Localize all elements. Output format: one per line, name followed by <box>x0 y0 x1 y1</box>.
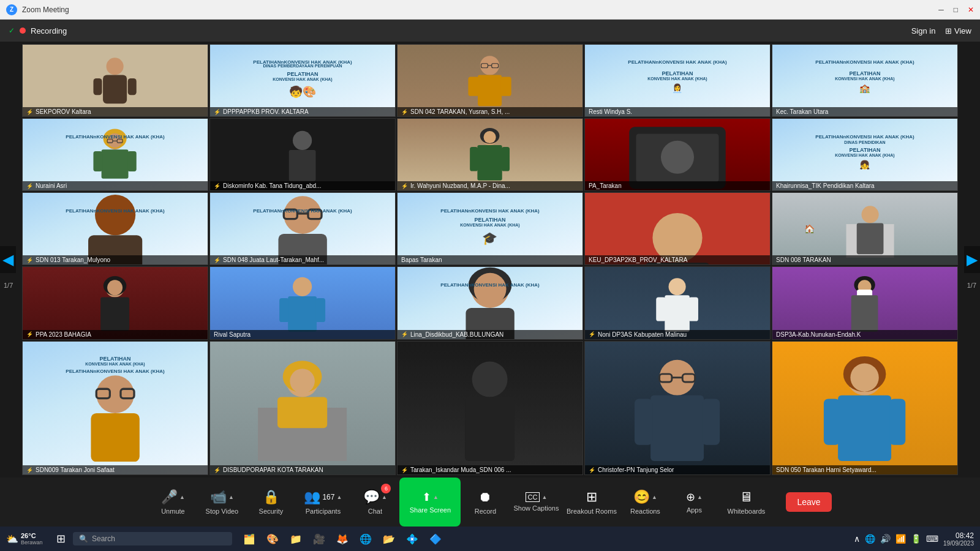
taskbar-app-folder[interactable]: 📂 <box>379 529 399 549</box>
participants-caret[interactable]: ▲ <box>336 494 342 500</box>
participant-name: SDN 008 TARAKAN <box>772 255 957 264</box>
taskbar-app-browser1[interactable]: 🎨 <box>263 529 282 549</box>
next-page-button[interactable]: ▶ <box>964 246 980 273</box>
apps-icon: ⊕ <box>686 490 695 504</box>
svg-point-45 <box>108 280 123 296</box>
apps-caret[interactable]: ▲ <box>697 494 703 500</box>
video-tile: ⚡ SEKPOROV Kaltara <box>22 44 208 117</box>
captions-button[interactable]: CC ▲ Show Captions <box>510 478 562 527</box>
maximize-button[interactable]: □ <box>954 6 958 14</box>
svg-rect-57 <box>657 298 666 321</box>
breakout-rooms-button[interactable]: ⊞ Breakout Rooms <box>562 478 620 527</box>
mic-icon: ⚡ <box>26 467 33 473</box>
record-button[interactable]: ⏺ Record <box>461 478 510 527</box>
mic-icon: ⚡ <box>401 467 408 473</box>
video-tile: PELATIHAN KONVENSI HAK ANAK (KHA) 🏫 Kec.… <box>772 44 958 117</box>
taskbar-app-zoom[interactable]: 🎥 <box>309 529 329 549</box>
stop-video-button[interactable]: 📹 ▲ Stop Video <box>197 478 246 527</box>
participant-name: PA_Tarakan <box>585 181 770 190</box>
svg-rect-67 <box>91 413 139 462</box>
taskbar-search[interactable]: 🔍 Search <box>73 532 232 545</box>
participant-name-text: SDN 048 Juata Laut-Tarakan_Mahf... <box>223 257 324 263</box>
view-button[interactable]: ⊞ View <box>945 26 971 36</box>
participant-name-text: SDN 013 Tarakan_Mulyono <box>36 257 110 263</box>
title-bar-controls[interactable]: ─ □ ✕ <box>938 6 974 14</box>
recording-bar-right[interactable]: Sign in ⊞ View <box>911 26 971 36</box>
participant-name: ⚡ SDN 013 Tarakan_Mulyono <box>23 255 208 264</box>
taskbar-app-edge[interactable]: 🌐 <box>356 529 375 549</box>
previous-page-button[interactable]: ◀ <box>0 246 16 273</box>
svg-point-73 <box>472 362 508 397</box>
toolbar: 🎤 ▲ Unmute 📹 ▲ Stop Video 🔒 Security 👥 1… <box>0 478 980 527</box>
chat-caret[interactable]: ▲ <box>382 494 387 500</box>
participant-name: Resti Windya S. <box>585 107 770 116</box>
participant-name: ⚡ Ir. Wahyuni Nuzband, M.A.P - Dina... <box>398 181 582 190</box>
volume-icon[interactable]: 🔊 <box>880 534 891 544</box>
svg-point-84 <box>851 364 879 392</box>
security-button[interactable]: 🔒 Security <box>246 478 295 527</box>
video-caret[interactable]: ▲ <box>228 494 234 500</box>
chat-button[interactable]: 💬 ▲ 6 Chat <box>350 478 399 527</box>
video-tile: SERI VIII SAHABAT KEU_DP3AP2KB_PROV_KALT… <box>584 192 771 265</box>
whiteboards-button[interactable]: 🖥 Whiteboards <box>718 478 774 527</box>
reactions-caret[interactable]: ▲ <box>652 494 657 500</box>
unmute-caret[interactable]: ▲ <box>179 494 185 500</box>
main-video-area: ◀ 1/7 ⚡ SEKPOROV Kaltara DINAS PEMBERDAY… <box>0 42 980 478</box>
share-screen-button[interactable]: ⬆ ▲ Share Screen <box>399 478 461 527</box>
svg-rect-18 <box>94 151 103 171</box>
mic-icon: ⚡ <box>401 183 408 189</box>
unmute-button[interactable]: 🎤 ▲ Unmute <box>148 478 197 527</box>
participant-name: ⚡ Diskominfo Kab. Tana Tidung_abd... <box>210 181 395 190</box>
svg-rect-87 <box>890 399 906 445</box>
svg-rect-42 <box>857 223 884 254</box>
recording-indicator: ✓ Recording <box>9 26 67 36</box>
svg-rect-81 <box>703 399 720 445</box>
participants-label: Participants <box>306 508 341 515</box>
reactions-button[interactable]: 😊 ▲ Reactions <box>620 478 669 527</box>
mic-icon: ⚡ <box>214 183 221 189</box>
participant-name-text: SDN 008 TARAKAN <box>776 257 831 263</box>
mic-icon: ⚡ <box>589 467 595 473</box>
sign-in-button[interactable]: Sign in <box>911 26 936 36</box>
security-label: Security <box>259 508 284 515</box>
video-tile: Rival Saputra <box>209 266 396 339</box>
captions-caret[interactable]: ▲ <box>541 494 547 500</box>
minimize-button[interactable]: ─ <box>938 6 944 14</box>
chevron-up-icon[interactable]: ∧ <box>854 534 860 544</box>
participant-name-text: Lina_Disdikbud_KAB.BULUNGAN <box>410 331 503 338</box>
participant-name: ⚡ DPPPAPPKB PROV. KALTARA <box>210 107 395 116</box>
taskbar-app-files[interactable]: 🗂️ <box>239 529 259 549</box>
participant-name-text: SDN 042 TARAKAN, Yusran, S.H, ... <box>410 108 510 115</box>
recording-dot <box>20 28 26 34</box>
breakout-icon: ⊞ <box>586 489 597 505</box>
video-tile: PELATIHAN KONVENSI HAK ANAK (KHA) ⚡ SDN … <box>22 192 208 265</box>
svg-point-13 <box>108 133 122 148</box>
leave-button[interactable]: Leave <box>786 492 831 512</box>
keyboard-icon: ⌨ <box>926 534 938 544</box>
svg-rect-80 <box>635 399 652 445</box>
svg-rect-79 <box>651 395 704 461</box>
taskbar-app-misc[interactable]: 🔷 <box>426 529 445 549</box>
video-tile: PELATIHAN KONVENSI HAK ANAK (KHA) ⚡ SDN … <box>209 192 396 265</box>
zoom-logo: Z <box>6 4 17 15</box>
start-button[interactable]: ⊞ <box>53 532 69 545</box>
participant-name: ⚡ Tarakan_Iskandar Muda_SDN 006 ... <box>398 465 582 474</box>
taskbar-app-explorer[interactable]: 📁 <box>286 529 306 549</box>
taskbar-app-firefox[interactable]: 🦊 <box>333 529 352 549</box>
taskbar-app-zoomclient[interactable]: 💠 <box>402 529 422 549</box>
video-tile: ⚡ DISBUDPORAPAR KOTA TARAKAN <box>209 341 396 475</box>
participant-name: ⚡ SDN 042 TARAKAN, Yusran, S.H, ... <box>398 107 582 116</box>
participant-name-text: Ir. Wahyuni Nuzband, M.A.P - Dina... <box>410 182 510 189</box>
whiteboards-icon: 🖥 <box>739 489 753 505</box>
participants-button[interactable]: 👥 167 ▲ Participants <box>295 478 350 527</box>
video-tile: ⚡ PPA 2023 BAHAGIA <box>22 266 208 339</box>
svg-rect-50 <box>316 298 326 322</box>
participant-name-text: Kec. Tarakan Utara <box>776 108 828 115</box>
unmute-label: Unmute <box>161 508 185 515</box>
svg-point-31 <box>95 195 135 235</box>
apps-button[interactable]: ⊕ ▲ Apps <box>669 478 718 527</box>
share-caret[interactable]: ▲ <box>433 494 439 500</box>
close-button[interactable]: ✕ <box>968 6 974 14</box>
participant-name: ⚡ DISBUDPORAPAR KOTA TARAKAN <box>210 465 395 474</box>
svg-rect-74 <box>465 397 514 461</box>
